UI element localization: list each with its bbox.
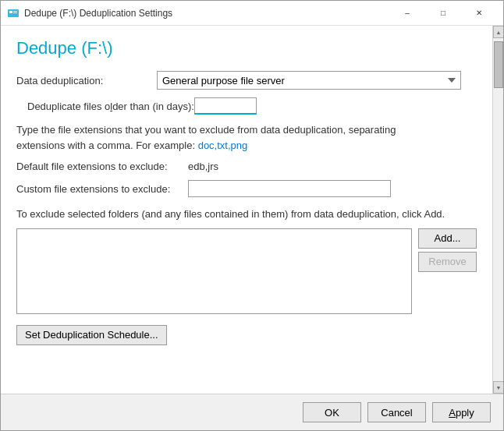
ok-button[interactable]: OK (303, 402, 361, 422)
folder-listbox[interactable] (16, 228, 412, 314)
apply-underline: A (449, 407, 456, 419)
minimize-button[interactable]: – (389, 2, 425, 24)
folder-info-text: To exclude selected folders (and any fil… (16, 207, 477, 222)
older-than-row: Deduplicate files older than (in days): … (27, 97, 477, 115)
default-ext-row: Default file extensions to exclude: edb,… (16, 161, 477, 172)
remove-button[interactable]: Remove (418, 252, 477, 272)
default-ext-value: edb,jrs (188, 161, 218, 172)
add-button[interactable]: Add... (418, 228, 477, 249)
scroll-track (493, 38, 503, 381)
app-icon (7, 7, 20, 19)
dedup-label: Data deduplication: (16, 75, 157, 87)
maximize-button[interactable]: □ (425, 2, 461, 24)
apply-rest: pply (456, 407, 474, 419)
dedup-select[interactable]: General purpose file server Virtualizati… (157, 71, 461, 90)
info-text: Type the file extensions that you want t… (16, 122, 477, 153)
title-bar-controls: – □ ✕ (389, 2, 497, 24)
folder-buttons: Add... Remove (418, 228, 477, 314)
svg-rect-1 (9, 11, 12, 13)
scroll-down-button[interactable]: ▼ (493, 381, 503, 394)
older-than-input[interactable]: 0 (194, 97, 257, 115)
folder-info-text-content: To exclude selected folders (and any fil… (16, 208, 445, 220)
cancel-button[interactable]: Cancel (367, 402, 426, 422)
folder-area: Add... Remove (16, 228, 477, 314)
svg-rect-2 (13, 11, 17, 12)
scroll-up-button[interactable]: ▲ (493, 26, 503, 38)
info-text-line2: extensions with a comma. For example: (16, 140, 198, 151)
scroll-thumb[interactable] (494, 41, 503, 88)
custom-ext-input[interactable] (188, 180, 391, 197)
default-ext-label: Default file extensions to exclude: (16, 161, 188, 172)
svg-rect-3 (13, 12, 17, 13)
title-bar-left: Dedupe (F:\) Deduplication Settings (7, 7, 172, 19)
custom-ext-row: Custom file extensions to exclude: (16, 180, 477, 197)
older-than-label: Deduplicate files older than (in days): (27, 101, 194, 112)
main-window: Dedupe (F:\) Deduplication Settings – □ … (0, 0, 504, 431)
info-text-line1: Type the file extensions that you want t… (16, 124, 396, 136)
page-title: Dedupe (F:\) (16, 38, 477, 58)
title-bar-text: Dedupe (F:\) Deduplication Settings (24, 8, 172, 19)
custom-ext-label: Custom file extensions to exclude: (16, 183, 188, 195)
main-content: Dedupe (F:\) Data deduplication: General… (1, 26, 492, 394)
info-text-example: doc,txt,png (198, 140, 248, 151)
close-button[interactable]: ✕ (461, 2, 497, 24)
title-bar: Dedupe (F:\) Deduplication Settings – □ … (1, 1, 503, 26)
dedup-row: Data deduplication: General purpose file… (16, 71, 477, 90)
apply-button[interactable]: Apply (432, 402, 491, 422)
scrollbar: ▲ ▼ (492, 26, 503, 394)
schedule-button[interactable]: Set Deduplication Schedule... (16, 325, 167, 345)
content-area: Dedupe (F:\) Data deduplication: General… (1, 26, 503, 394)
bottom-bar: OK Cancel Apply (1, 394, 503, 430)
